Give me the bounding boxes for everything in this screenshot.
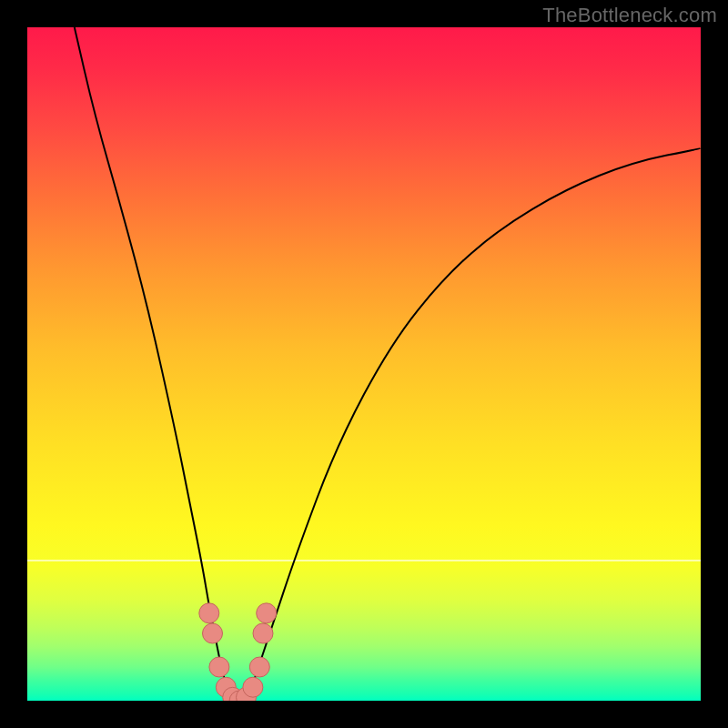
bottleneck-curve-svg — [27, 27, 701, 701]
curve-marker — [203, 623, 223, 643]
chart-frame — [27, 27, 701, 701]
bottleneck-curve-path — [75, 27, 701, 701]
curve-marker — [209, 657, 229, 677]
curve-marker — [257, 603, 277, 623]
curve-markers — [199, 603, 277, 701]
curve-marker — [253, 623, 273, 643]
curve-marker — [243, 677, 263, 697]
curve-marker — [199, 603, 219, 623]
curve-marker — [249, 657, 269, 677]
watermark-text: TheBottleneck.com — [542, 4, 717, 27]
